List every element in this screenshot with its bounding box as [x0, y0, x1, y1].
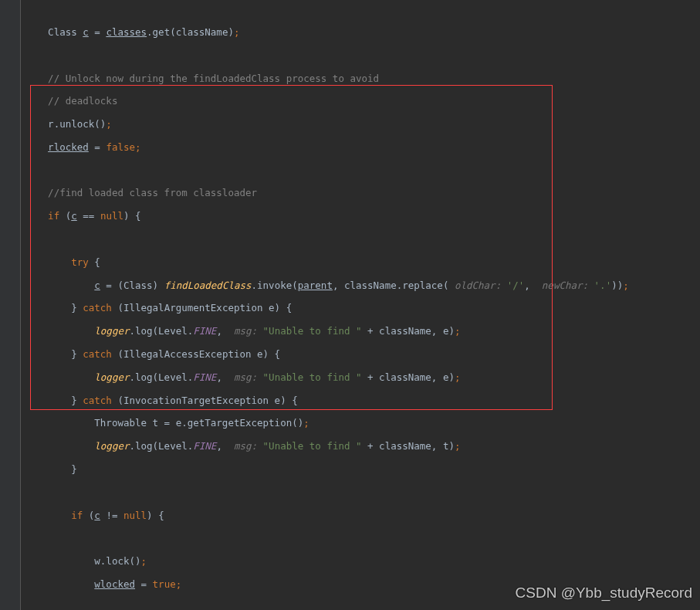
code-text: =	[135, 578, 153, 590]
code-text: ==	[77, 210, 100, 222]
code-text: Throwable t = e.getTargetException()	[25, 417, 303, 429]
code-text: , className.replace(	[333, 280, 455, 291]
code-editor[interactable]: Class c = classes.get(className); // Unl…	[25, 15, 700, 610]
const-fine: FINE	[193, 440, 216, 452]
code-text	[25, 578, 94, 590]
code-text: }	[25, 348, 83, 360]
comment: // Unlock now during the findLoadedClass…	[25, 73, 379, 84]
kw-false: false	[106, 141, 135, 153]
string: "Unable to find "	[263, 440, 362, 452]
semi: ;	[623, 280, 629, 291]
field-wlocked: wlocked	[94, 578, 135, 590]
kw-catch: catch	[83, 395, 112, 406]
method-findLoadedClass: findLoadedClass	[164, 280, 252, 291]
code-text: ,	[216, 440, 234, 452]
param-hint: newChar:	[542, 280, 594, 291]
code-text: .get(className)	[147, 26, 234, 38]
field-classes: classes	[106, 26, 147, 38]
code-text: (InvocationTargetException e) {	[112, 395, 298, 406]
code-text: ,	[216, 325, 234, 337]
param-hint: msg:	[234, 440, 263, 452]
semi: ;	[455, 440, 461, 452]
code-text: }	[25, 463, 77, 475]
kw-true: true	[153, 578, 176, 590]
param-hint: msg:	[234, 325, 263, 337]
code-text: (	[59, 210, 71, 222]
var-c: c	[71, 210, 77, 222]
field-logger: logger	[94, 440, 129, 452]
const-fine: FINE	[193, 371, 216, 383]
string: '/'	[507, 280, 525, 291]
field-parent: parent	[298, 280, 333, 291]
var-c: c	[94, 510, 100, 521]
kw-if: if	[71, 510, 83, 521]
code-text: }	[25, 395, 83, 406]
code-text: ,	[216, 371, 234, 383]
code-text: =	[89, 26, 107, 38]
string: '.'	[594, 280, 612, 291]
code-text: w.lock()	[25, 555, 141, 567]
semi: ;	[455, 325, 461, 337]
string: "Unable to find "	[263, 371, 362, 383]
code-text	[25, 141, 48, 153]
code-text: !=	[100, 510, 123, 521]
field-logger: logger	[94, 325, 129, 337]
code-text	[25, 210, 48, 222]
code-text	[25, 440, 94, 452]
field-rlocked: rlocked	[48, 141, 89, 153]
code-text: ,	[524, 280, 542, 291]
code-text	[25, 371, 94, 383]
param-hint: oldChar:	[455, 280, 507, 291]
comment: //find loaded class from classloader	[25, 187, 257, 198]
code-text: (IllegalAccessException e) {	[112, 348, 280, 360]
semi: ;	[234, 26, 240, 38]
code-text: {	[89, 256, 100, 268]
watermark: CSDN @Ybb_studyRecord	[516, 588, 692, 599]
kw-try: try	[71, 256, 89, 268]
semi: ;	[303, 417, 309, 429]
code-text: (	[83, 510, 94, 521]
code-text: .log(Level.	[129, 440, 193, 452]
code-text: .log(Level.	[129, 371, 193, 383]
code-text: = (Class)	[100, 280, 164, 291]
field-logger: logger	[94, 371, 129, 383]
code-text: r.unlock()	[25, 118, 106, 130]
kw-catch: catch	[83, 348, 112, 360]
code-text: ))	[611, 280, 623, 291]
code-text	[25, 280, 94, 291]
kw-null: null	[123, 510, 147, 521]
var-c: c	[94, 280, 100, 291]
code-text: + className, e)	[362, 325, 455, 337]
param-hint: msg:	[234, 371, 263, 383]
kw-if: if	[48, 210, 59, 222]
code-text: ) {	[147, 510, 164, 521]
semi: ;	[176, 578, 182, 590]
semi: ;	[106, 118, 112, 130]
semi: ;	[455, 371, 461, 383]
semi: ;	[141, 555, 147, 567]
var-c: c	[83, 26, 89, 38]
code-text	[25, 256, 71, 268]
code-text: }	[25, 302, 83, 313]
gutter	[0, 0, 21, 610]
semi: ;	[135, 141, 141, 153]
code-text: .invoke(	[252, 280, 298, 291]
string: "Unable to find "	[263, 325, 362, 337]
code-text: =	[89, 141, 107, 153]
code-text: + className, e)	[362, 371, 455, 383]
kw-catch: catch	[83, 302, 112, 313]
code-text: ) {	[123, 210, 141, 222]
code-text	[25, 510, 71, 521]
kw-null: null	[100, 210, 123, 222]
const-fine: FINE	[193, 325, 216, 337]
code-text: Class	[25, 26, 83, 38]
code-text	[25, 325, 94, 337]
code-text: + className, t)	[362, 440, 455, 452]
comment: // deadlocks	[25, 95, 117, 107]
code-text: .log(Level.	[129, 325, 193, 337]
code-text: (IllegalArgumentException e) {	[112, 302, 292, 313]
